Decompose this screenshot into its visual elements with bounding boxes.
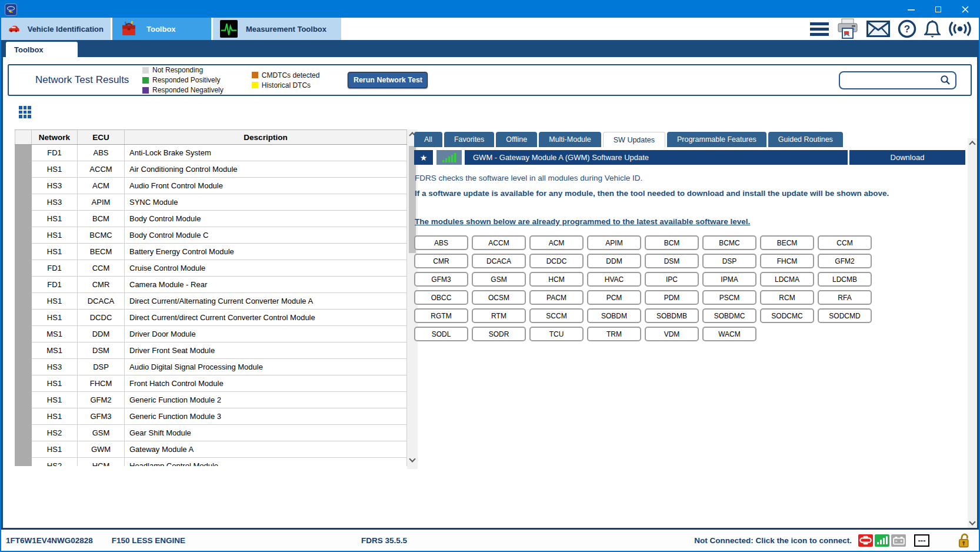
right-panel-tab[interactable]: Offline [496,132,537,147]
table-row[interactable]: HS2 HCM Headlamp Control Module [15,458,407,466]
module-button[interactable]: IPMA [702,272,756,287]
module-button[interactable]: RCM [760,290,814,305]
module-button[interactable]: SODL [414,327,468,341]
rerun-network-test-button[interactable]: Rerun Network Test [348,72,428,88]
module-button[interactable]: TRM [587,327,641,341]
table-row[interactable]: FD1 ABS Anti-Lock Brake System [15,145,407,161]
window-scrollbar[interactable] [968,138,977,528]
module-button[interactable]: TCU [529,327,584,341]
vci-connect-icon[interactable] [858,534,873,547]
module-button[interactable]: GSM [472,272,526,287]
module-button[interactable]: GFM2 [818,254,872,268]
battery-icon[interactable] [891,534,906,547]
module-button[interactable]: RFA [818,290,872,305]
scroll-up-icon[interactable] [968,139,977,149]
signal-strength-icon[interactable] [875,534,889,547]
menu-icon[interactable] [810,22,829,36]
scroll-down-icon[interactable] [407,454,418,464]
module-button[interactable]: RTM [472,308,526,323]
close-button[interactable] [952,1,979,18]
right-panel-tab[interactable]: Favorites [444,132,494,147]
module-button[interactable]: PCM [587,290,641,305]
tab-toolbox-page[interactable]: Toolbox [6,42,78,57]
module-button[interactable]: DSP [702,254,756,268]
table-row[interactable]: HS3 DSP Audio Digital Signal Processing … [15,359,407,375]
table-row[interactable]: MS1 DDM Driver Door Module [15,326,407,342]
module-button[interactable]: DSM [645,254,699,268]
search-input[interactable] [840,72,940,88]
table-row[interactable]: HS1 GFM3 Generic Function Module 3 [15,408,407,425]
module-button[interactable]: WACM [702,327,756,341]
module-button[interactable]: OCSM [472,290,526,305]
help-icon[interactable]: ? [898,19,916,38]
table-row[interactable]: HS1 ACCM Air Conditioning Control Module [15,161,407,178]
module-button[interactable]: SOBDMB [645,308,699,323]
module-button[interactable]: DDM [587,254,641,268]
table-row[interactable]: FD1 CCM Cruise Control Module [15,260,407,277]
notifications-bell-icon[interactable] [924,19,941,38]
measurement-status-box[interactable]: --- [914,534,929,547]
table-row[interactable]: HS3 APIM SYNC Module [15,194,407,211]
table-row[interactable]: HS2 GSM Gear Shift Module [15,425,407,441]
mail-icon[interactable] [866,21,890,37]
module-button[interactable]: OBCC [414,290,468,305]
minimize-button[interactable] [898,1,925,18]
module-button[interactable]: DCDC [529,254,584,268]
table-row[interactable]: HS1 BCM Body Control Module [15,211,407,227]
tab-toolbox[interactable]: Toolbox [112,18,211,40]
module-button[interactable]: BCM [645,235,699,250]
module-button[interactable]: RGTM [414,308,468,323]
grid-view-icon[interactable] [19,106,31,118]
right-panel-tab[interactable]: Guided Routines [768,132,843,147]
module-button[interactable]: ABS [414,235,468,250]
module-button[interactable]: APIM [587,235,641,250]
module-button[interactable]: HVAC [587,272,641,287]
module-button[interactable]: VDM [645,327,699,341]
table-row[interactable]: HS1 GWM Gateway Module A [15,441,407,458]
table-row[interactable]: FD1 CMR Camera Module - Rear [15,277,407,293]
tab-measurement-toolbox[interactable]: Measurement Toolbox [213,18,341,40]
module-button[interactable]: SOBDMC [702,308,756,323]
table-row[interactable]: HS1 FHCM Front Hatch Control Module [15,375,407,392]
table-row[interactable]: HS3 ACM Audio Front Control Module [15,178,407,194]
module-button[interactable]: SODR [472,327,526,341]
module-button[interactable]: BECM [760,235,814,250]
search-icon[interactable] [940,75,951,85]
right-panel-tab[interactable]: Multi-Module [539,132,601,147]
module-button[interactable]: SODCMC [760,308,814,323]
table-row[interactable]: HS1 GFM2 Generic Function Module 2 [15,392,407,408]
module-button[interactable]: DCACA [472,254,526,268]
tab-vehicle-identification[interactable]: Vehicle Identification [1,18,111,40]
module-button[interactable]: PDM [645,290,699,305]
broadcast-vci-icon[interactable] [948,20,972,38]
module-button[interactable]: SCCM [529,308,584,323]
module-button[interactable]: CMR [414,254,468,268]
table-row[interactable]: HS1 BECM Battery Energy Control Module [15,244,407,260]
scroll-down-icon[interactable] [968,517,977,527]
module-button[interactable]: HCM [529,272,584,287]
module-button[interactable]: IPC [645,272,699,287]
favorite-star-button[interactable]: ★ [414,150,433,165]
module-button[interactable]: BCMC [702,235,756,250]
module-button[interactable]: LDCMA [760,272,814,287]
right-panel-tab[interactable]: SW Updates [603,132,665,147]
module-button[interactable]: ACM [529,235,584,250]
table-row[interactable]: MS1 DSM Driver Front Seat Module [15,342,407,359]
module-button[interactable]: PSCM [702,290,756,305]
module-button[interactable]: CCM [818,235,872,250]
module-button[interactable]: SOBDM [587,308,641,323]
table-row[interactable]: HS1 DCACA Direct Current/Alternating Cur… [15,293,407,310]
table-row[interactable]: HS1 BCMC Body Control Module C [15,227,407,244]
module-button[interactable]: PACM [529,290,584,305]
table-row[interactable]: HS1 DCDC Direct Current/direct Current C… [15,310,407,326]
module-button[interactable]: ACCM [472,235,526,250]
unlock-padlock-icon[interactable] [958,533,971,548]
module-button[interactable]: LDCMB [818,272,872,287]
download-button[interactable]: Download [849,150,965,165]
module-button[interactable]: GFM3 [414,272,468,287]
right-panel-tab[interactable]: All [414,132,442,147]
module-button[interactable]: FHCM [760,254,814,268]
printer-icon[interactable] [836,18,859,39]
right-panel-tab[interactable]: Programmable Features [667,132,766,147]
module-button[interactable]: SODCMD [818,308,872,323]
